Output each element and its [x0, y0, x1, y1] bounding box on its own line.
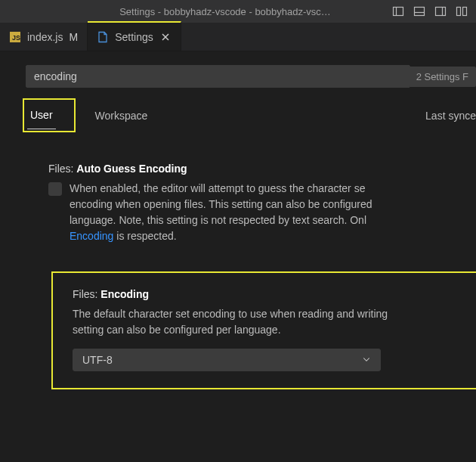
desc-line: language. Note, this setting is not resp…: [70, 214, 366, 226]
svg-text:JS: JS: [12, 34, 20, 42]
title-bar: Settings - bobbyhadz-vscode - bobbyhadz-…: [0, 0, 476, 23]
svg-rect-2: [415, 8, 425, 16]
svg-rect-6: [457, 8, 461, 16]
scope-user-highlight: User: [23, 98, 76, 132]
svg-rect-4: [436, 8, 446, 16]
setting-body: When enabled, the editor will attempt to…: [48, 181, 476, 244]
search-result-count: 2 Settings F: [409, 67, 476, 87]
settings-editor: 2 Settings F User Workspace Last synce F…: [0, 51, 476, 389]
editor-tabs: JS index.js M Settings: [0, 23, 476, 51]
setting-name: Auto Guess Encoding: [76, 163, 187, 175]
tab-index-js[interactable]: JS index.js M: [0, 23, 88, 51]
tab-settings[interactable]: Settings: [88, 21, 181, 51]
setting-description: The default character set encoding to us…: [73, 306, 464, 338]
desc-line: is respected.: [113, 230, 176, 242]
setting-category: Files:: [73, 288, 97, 300]
desc-line: encoding when opening files. This settin…: [70, 198, 372, 210]
desc-line: When enabled, the editor will attempt to…: [70, 182, 365, 194]
svg-rect-7: [463, 8, 467, 16]
tab-label: Settings: [115, 31, 153, 43]
desc-line: The default character set encoding to us…: [73, 308, 388, 320]
customize-layout-icon[interactable]: [455, 6, 468, 17]
panel-right-icon[interactable]: [434, 6, 447, 17]
settings-search-input[interactable]: [26, 65, 410, 88]
chevron-down-icon: [362, 354, 371, 366]
settings-scope-row: User Workspace Last synce: [32, 98, 476, 132]
setting-category: Files:: [48, 163, 73, 175]
setting-auto-guess-encoding: Files: Auto Guess Encoding When enabled,…: [48, 163, 476, 244]
js-file-icon: JS: [9, 31, 21, 43]
setting-title: Files: Auto Guess Encoding: [48, 163, 476, 175]
checkbox[interactable]: [48, 182, 62, 196]
panel-bottom-icon[interactable]: [413, 6, 426, 17]
scope-tab-workspace[interactable]: Workspace: [92, 102, 151, 129]
tab-dirty-indicator: M: [69, 31, 78, 43]
desc-line: setting can also be configured per langu…: [73, 324, 281, 336]
setting-description: When enabled, the editor will attempt to…: [70, 181, 372, 244]
link-files-encoding[interactable]: Encoding: [70, 230, 113, 242]
last-synced-label: Last synce: [425, 110, 476, 122]
close-icon[interactable]: [159, 31, 172, 43]
tab-label: index.js: [27, 31, 63, 43]
settings-file-icon: [97, 31, 109, 43]
encoding-dropdown[interactable]: UTF-8: [73, 349, 381, 371]
search-row: 2 Settings F: [26, 65, 476, 88]
setting-name: Encoding: [100, 288, 149, 300]
scope-tab-user[interactable]: User: [27, 101, 56, 129]
setting-encoding-highlight: Files: Encoding The default character se…: [51, 271, 476, 389]
dropdown-value: UTF-8: [82, 354, 113, 366]
layout-controls: [391, 6, 470, 17]
settings-list: Files: Auto Guess Encoding When enabled,…: [26, 163, 476, 389]
svg-rect-0: [394, 8, 403, 16]
panel-left-icon[interactable]: [391, 6, 405, 17]
window-title: Settings - bobbyhadz-vscode - bobbyhadz-…: [6, 6, 391, 17]
setting-title: Files: Encoding: [73, 288, 464, 300]
